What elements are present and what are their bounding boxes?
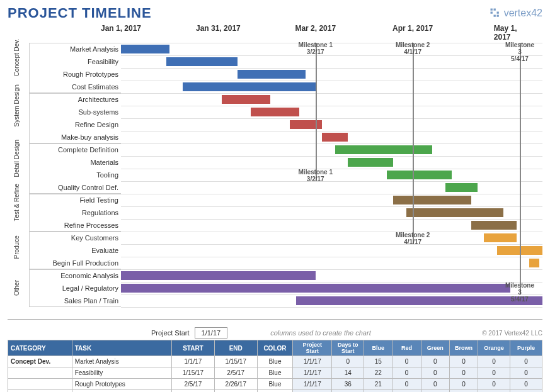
gantt-bar xyxy=(348,158,393,167)
col-header: CATEGORY xyxy=(8,340,72,356)
milestone-label: Milestone 24/1/17 xyxy=(396,232,430,245)
gantt-bar xyxy=(222,95,270,104)
gantt-bar xyxy=(484,233,516,242)
cell: Blue xyxy=(257,356,293,367)
cell: 0 xyxy=(478,356,510,367)
table-row: Feasibility1/15/172/5/17Blue1/1/17142200… xyxy=(8,367,542,379)
col-subheader: Green xyxy=(421,340,449,356)
cell: Blue xyxy=(257,367,293,379)
col-header: START xyxy=(172,340,215,356)
cell: 0 xyxy=(392,390,421,393)
cell: 0 xyxy=(510,367,542,379)
col-subheader: Days to Start xyxy=(332,340,364,356)
cell: Blue xyxy=(257,379,293,390)
gantt-bar xyxy=(393,196,471,204)
cell: 0 xyxy=(510,356,542,367)
cell: 19 xyxy=(332,390,364,393)
cell: 0 xyxy=(421,367,449,379)
data-table: CATEGORYTASKSTARTENDCOLORProject StartDa… xyxy=(8,340,542,392)
cell: 36 xyxy=(332,379,364,390)
vertex-icon xyxy=(489,7,501,20)
gantt-bar xyxy=(121,284,510,293)
cell: 22 xyxy=(364,367,392,379)
axis-date: Jan 1, 2017 xyxy=(101,24,141,33)
cell: 1/20/17 xyxy=(172,390,215,393)
group-label: Concept Dev. xyxy=(13,59,20,77)
milestone-label: Milestone 35/4/17 xyxy=(505,282,534,303)
gantt-bar xyxy=(238,70,306,79)
page-title: PROJECT TIMELINE xyxy=(8,5,152,21)
cell: 1/15/17 xyxy=(172,367,215,379)
cell xyxy=(8,390,72,393)
milestone-label: Milestone 35/4/17 xyxy=(505,42,534,62)
col-header: TASK xyxy=(72,340,171,356)
cell: 2/26/17 xyxy=(214,379,257,390)
brand-logo: vertex42 xyxy=(489,7,542,20)
milestone-line xyxy=(520,43,521,294)
gantt-bar xyxy=(121,271,316,280)
group-label: System Design xyxy=(13,109,20,127)
gantt-chart: Jan 1, 2017Jan 31, 2017Mar 2, 2017Apr 1,… xyxy=(8,24,542,320)
gantt-bar xyxy=(471,221,517,230)
copyright: © 2017 Vertex42 LLC xyxy=(482,330,542,337)
cell: 1/15/17 xyxy=(214,356,257,367)
cell: 0 xyxy=(449,379,478,390)
gantt-bar xyxy=(166,57,238,66)
cell: 0 xyxy=(392,367,421,379)
group-label: Produce xyxy=(13,242,20,259)
cell: 0 xyxy=(449,367,478,379)
gantt-bar xyxy=(290,120,322,129)
milestone-label: Milestone 13/2/17 xyxy=(299,42,333,55)
project-start-value: 1/1/17 xyxy=(195,327,228,339)
cell: Cost Estimates xyxy=(72,390,171,393)
cell: 1/1/17 xyxy=(293,379,332,390)
gantt-bar xyxy=(529,259,539,267)
cell: 41 xyxy=(364,390,392,393)
col-subheader: Orange xyxy=(478,340,510,356)
col-subheader: Blue xyxy=(364,340,392,356)
col-subheader: Brown xyxy=(449,340,478,356)
cell: Blue xyxy=(257,390,293,393)
cell: 21 xyxy=(364,379,392,390)
col-subheader: Purple xyxy=(510,340,542,356)
gantt-bar xyxy=(406,208,503,217)
cell: 1/1/17 xyxy=(293,367,332,379)
cell xyxy=(8,367,72,379)
gantt-bar xyxy=(387,171,452,179)
cell: 2/5/17 xyxy=(172,379,215,390)
col-subheader: Red xyxy=(392,340,421,356)
gantt-bar xyxy=(121,45,169,53)
gantt-bar xyxy=(322,133,348,142)
gantt-bar xyxy=(335,145,432,154)
cell: 0 xyxy=(478,367,510,379)
cell: 0 xyxy=(510,390,542,393)
table-row: Rough Prototypes2/5/172/26/17Blue1/1/173… xyxy=(8,379,542,390)
col-subheader: Project Start xyxy=(293,340,332,356)
table-row: Cost Estimates1/20/173/1/17Blue1/1/17194… xyxy=(8,390,542,393)
axis-date: Apr 1, 2017 xyxy=(392,24,433,33)
brand-text: vertex42 xyxy=(504,8,542,19)
cell: 15 xyxy=(364,356,392,367)
cell: 3/1/17 xyxy=(214,390,257,393)
milestone-label: Milestone 13/2/17 xyxy=(299,169,333,182)
milestone-line xyxy=(413,43,414,244)
cell: 0 xyxy=(392,356,421,367)
cell: 0 xyxy=(510,379,542,390)
group-label: Detail Design xyxy=(13,160,20,177)
cell: 0 xyxy=(478,379,510,390)
gantt-bar xyxy=(445,183,478,192)
cell: 0 xyxy=(421,356,449,367)
cell: 1/1/17 xyxy=(172,356,215,367)
cell: 0 xyxy=(332,356,364,367)
group-label: Test & Refine xyxy=(13,204,20,221)
cell: 1/1/17 xyxy=(293,356,332,367)
col-header: COLOR xyxy=(257,340,293,356)
milestone-line xyxy=(316,43,317,181)
cell: 0 xyxy=(478,390,510,393)
cell: Market Analysis xyxy=(72,356,171,367)
cell: 0 xyxy=(421,390,449,393)
cell: 0 xyxy=(449,390,478,393)
cell: 2/5/17 xyxy=(214,367,257,379)
col-header: END xyxy=(214,340,257,356)
cell: Concept Dev. xyxy=(8,356,72,367)
